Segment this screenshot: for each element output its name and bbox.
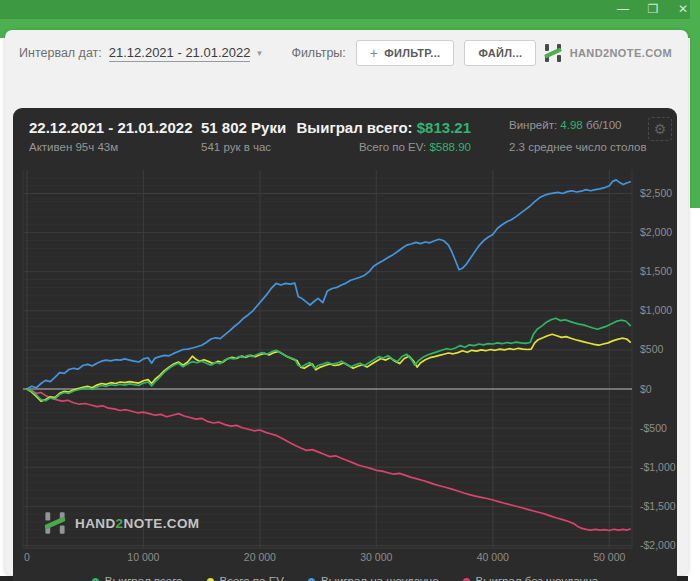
y-tick-label: $2,500 [640, 187, 672, 199]
stat-won-total-value: $813.21 [417, 119, 471, 136]
y-tick-label: -$1,000 [640, 461, 676, 473]
toolbar: Интервал дат: 21.12.2021 - 21.01.2022 ▼ … [5, 30, 688, 76]
brand: HAND2NOTE.COM [543, 43, 672, 63]
legend-dot [308, 578, 315, 581]
stat-ev-total-label: Всего по EV: [359, 141, 426, 153]
x-tick-label: 20 000 [244, 551, 276, 563]
date-range-selector[interactable]: 21.12.2021 - 21.01.2022 ▼ [109, 45, 264, 62]
legend-label: Всего по EV [220, 575, 285, 581]
series-line-total-by-ev [27, 334, 630, 401]
legend-label: Выиграл на шоудауне [321, 575, 439, 581]
legend-dot [207, 578, 214, 581]
watermark-text: HAND2NOTE.COM [75, 516, 199, 531]
grid-vertical [23, 170, 632, 548]
y-tick-label: -$1,500 [640, 500, 676, 512]
brand-text: HAND2NOTE.COM [570, 47, 672, 59]
stat-won-total-label: Выиграл всего: [297, 119, 413, 136]
stat-winrate-unit: бб/100 [586, 119, 622, 131]
legend-item-won-without-showdown[interactable]: Выиграл без шоудауна [463, 575, 599, 581]
stat-winrate-label: Винрейт: [509, 119, 557, 131]
chevron-down-icon: ▼ [255, 49, 263, 58]
stat-ev-total: Всего по EV: $588.90 [293, 141, 471, 153]
legend-item-total-by-ev[interactable]: Всего по EV [207, 575, 285, 581]
chart-legend: Выиграл всегоВсего по EVВыиграл на шоуда… [13, 575, 677, 581]
file-button-label: ФАЙЛ... [478, 47, 522, 59]
y-axis-labels: $2,500$2,000$1,500$1,000$500$0-$500-$1,0… [640, 187, 676, 551]
y-tick-label: $500 [640, 343, 664, 355]
x-tick-label: 50 000 [593, 551, 625, 563]
app-window: — ❐ ✕ Интервал дат: 21.12.2021 - 21.01.2… [0, 0, 700, 581]
filter-button-label: ФИЛЬТР... [384, 47, 440, 59]
x-tick-label: 0 [24, 551, 30, 563]
legend-label: Выиграл всего [105, 575, 183, 581]
chart-watermark: HAND2NOTE.COM [43, 511, 199, 535]
legend-dot [92, 578, 99, 581]
hand2note-logo-icon [543, 43, 563, 63]
x-tick-label: 30 000 [360, 551, 392, 563]
close-button[interactable]: ✕ [674, 2, 692, 17]
legend-dot [463, 578, 470, 581]
filter-button[interactable]: + ФИЛЬТР... [356, 40, 455, 66]
y-tick-label: $0 [640, 383, 652, 395]
y-tick-label: $2,000 [640, 226, 672, 238]
stat-winrate-value: 4.98 [560, 119, 582, 131]
gear-icon[interactable]: ⚙ [648, 117, 672, 141]
title-bar [0, 0, 700, 19]
stat-ev-total-value: $588.90 [429, 141, 471, 153]
x-tick-label: 40 000 [477, 551, 509, 563]
chart-panel: 22.12.2021 - 21.01.2022 Активен 95ч 43м … [13, 108, 677, 581]
window-controls: — ❐ ✕ [614, 2, 692, 17]
stat-avg-tables: 2.3 среднее число столов [509, 141, 647, 153]
legend-item-won-at-showdown[interactable]: Выиграл на шоудауне [308, 575, 439, 581]
plus-icon: + [370, 48, 378, 58]
x-axis-labels: 010 00020 00030 00040 00050 000 [24, 551, 625, 563]
stat-won-total: Выиграл всего: $813.21 [293, 119, 471, 136]
legend-item-won-total[interactable]: Выиграл всего [92, 575, 183, 581]
y-tick-label: $1,000 [640, 304, 672, 316]
stat-active-time: Активен 95ч 43м [29, 141, 118, 153]
stats-header: 22.12.2021 - 21.01.2022 Активен 95ч 43м … [13, 108, 677, 166]
stat-winrate: Винрейт: 4.98 бб/100 [509, 119, 621, 131]
y-tick-label: -$2,000 [640, 539, 676, 551]
x-tick-label: 10 000 [127, 551, 159, 563]
legend-label: Выиграл без шоудауна [476, 575, 599, 581]
stat-date-range: 22.12.2021 - 21.01.2022 [29, 119, 192, 136]
window-right-edge [690, 0, 700, 208]
stat-hands-per-hour: 541 рук в час [201, 141, 271, 153]
maximize-button[interactable]: ❐ [644, 2, 662, 17]
file-button[interactable]: ФАЙЛ... [464, 40, 536, 66]
y-tick-label: $1,500 [640, 265, 672, 277]
interval-label: Интервал дат: [19, 46, 102, 60]
stat-hands: 51 802 Руки [201, 119, 286, 136]
date-range-value: 21.12.2021 - 21.01.2022 [109, 45, 251, 62]
minimize-button[interactable]: — [614, 2, 632, 17]
y-tick-label: -$500 [640, 422, 667, 434]
hand2note-watermark-icon [43, 511, 67, 535]
filters-label: Фильтры: [291, 46, 345, 60]
main-panel: Интервал дат: 21.12.2021 - 21.01.2022 ▼ … [5, 30, 688, 575]
